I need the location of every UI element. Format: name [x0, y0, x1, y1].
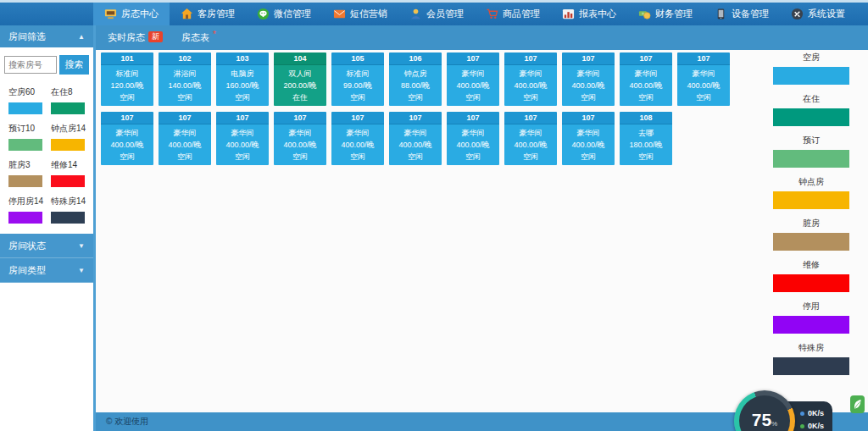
room-card[interactable]: 107豪华间400.00/晚空闲 — [620, 52, 672, 106]
legend-label: 脏房 — [773, 218, 849, 229]
system-monitor-widget[interactable]: 75 % 0K/s0K/s — [734, 390, 832, 431]
cpu-gauge[interactable]: 75 % — [734, 390, 795, 431]
room-price: 400.00/晚 — [504, 140, 557, 151]
nav-item-1[interactable]: 客房管理 — [170, 3, 246, 25]
room-card-body: 双人间200.00/晚在住 — [274, 65, 326, 106]
chevron-up-icon[interactable]: ▲ — [78, 33, 85, 41]
nav-item-7[interactable]: 财务管理 — [627, 3, 704, 25]
nav-item-5[interactable]: 商品管理 — [475, 3, 551, 25]
room-card[interactable]: 107豪华间400.00/晚空闲 — [274, 112, 326, 165]
room-status: 空闲 — [101, 92, 153, 103]
sidebar-section-1[interactable]: 房间类型▼ — [0, 258, 93, 283]
search-input[interactable] — [4, 56, 57, 74]
filter-item[interactable]: 停用房14 — [8, 196, 44, 224]
room-number: 108 — [620, 112, 672, 124]
filter-item[interactable]: 钟点房14 — [51, 123, 86, 151]
room-card-body: 豪华间400.00/晚空闲 — [159, 124, 211, 165]
room-number: 107 — [504, 52, 557, 65]
room-number: 107 — [447, 52, 499, 65]
tab-realtime-room-status[interactable]: 实时房态 新 — [108, 31, 163, 44]
nav-item-0[interactable]: 房态中心 — [93, 3, 170, 25]
filter-item[interactable]: 维修14 — [51, 159, 86, 187]
room-card[interactable]: 107豪华间400.00/晚空闲 — [562, 112, 615, 165]
member-icon — [409, 8, 422, 20]
room-card[interactable]: 107豪华间400.00/晚空闲 — [389, 112, 442, 165]
room-card-body: 豪华间400.00/晚空闲 — [562, 124, 615, 165]
speed-dot-icon — [800, 412, 804, 416]
room-status: 空闲 — [620, 92, 672, 103]
nav-item-2[interactable]: 微信管理 — [246, 3, 322, 25]
room-card[interactable]: 107豪华间400.00/晚空闲 — [159, 112, 211, 165]
sidebar-header-room-filter[interactable]: 房间筛选 ▲ — [0, 25, 93, 47]
filter-item[interactable]: 空房60 — [8, 86, 44, 114]
required-marker: * — [213, 31, 216, 38]
room-card[interactable]: 103电脑房160.00/晚空闲 — [216, 52, 269, 106]
room-card-body: 去哪180.00/晚空闲 — [620, 124, 672, 165]
filter-item[interactable]: 脏房3 — [8, 159, 44, 187]
room-status: 空闲 — [159, 92, 211, 103]
search-button[interactable]: 搜索 — [59, 55, 89, 75]
cart-icon — [486, 8, 498, 20]
nav-item-label: 设备管理 — [732, 8, 769, 20]
nav-item-label: 短信营销 — [350, 8, 387, 20]
legend-label: 钟点房 — [773, 176, 849, 188]
sidebar-title: 房间筛选 — [8, 30, 46, 43]
room-card[interactable]: 107豪华间400.00/晚空闲 — [677, 52, 730, 106]
room-type: 豪华间 — [447, 128, 499, 139]
chevron-down-icon[interactable]: ▼ — [78, 242, 85, 250]
filter-item[interactable]: 在住8 — [51, 86, 86, 114]
room-card[interactable]: 108去哪180.00/晚空闲 — [620, 112, 672, 165]
leaf-app-icon[interactable] — [850, 395, 865, 413]
tab-table-label: 房态表 — [181, 31, 209, 44]
chevron-down-icon[interactable]: ▼ — [78, 267, 85, 274]
filter-item[interactable]: 特殊房14 — [51, 196, 86, 224]
tab-room-status-table[interactable]: 房态表 * — [181, 31, 216, 44]
nav-item-label: 财务管理 — [655, 8, 693, 20]
room-number: 107 — [562, 52, 615, 65]
subtab-bar: 实时房态 新 房态表 * — [96, 25, 868, 50]
nav-item-label: 报表中心 — [579, 8, 616, 20]
room-card[interactable]: 106钟点房88.00/晚空闲 — [389, 52, 442, 106]
room-card[interactable]: 101标准间120.00/晚空闲 — [101, 52, 153, 106]
filter-label: 钟点房14 — [51, 123, 86, 135]
room-card[interactable]: 105标准间99.00/晚空闲 — [331, 52, 384, 106]
legend-label: 特殊房 — [773, 342, 849, 354]
gauge-percent: 75 — [752, 411, 771, 428]
room-card[interactable]: 107豪华间400.00/晚空闲 — [447, 52, 499, 106]
speed-value: 0K/s — [808, 420, 824, 431]
filter-color-swatch — [51, 175, 85, 187]
room-card[interactable]: 107豪华间400.00/晚空闲 — [447, 112, 499, 165]
legend-label: 在住 — [773, 93, 849, 105]
nav-item-8[interactable]: 设备管理 — [704, 3, 780, 25]
room-card-body: 豪华间400.00/晚空闲 — [389, 124, 442, 165]
room-card[interactable]: 107豪华间400.00/晚空闲 — [101, 112, 153, 165]
wechat-icon — [257, 8, 270, 20]
room-price: 400.00/晚 — [159, 140, 211, 151]
legend-item: 空房 — [773, 52, 849, 85]
room-type: 豪华间 — [504, 128, 557, 139]
sidebar-section-0[interactable]: 房间状态▼ — [0, 234, 93, 258]
room-card[interactable]: 102淋浴间140.00/晚空闲 — [159, 52, 211, 106]
filter-label: 空房60 — [8, 86, 44, 98]
room-price: 400.00/晚 — [504, 80, 557, 91]
nav-item-4[interactable]: 会员管理 — [398, 3, 475, 25]
nav-item-6[interactable]: 报表中心 — [551, 3, 627, 25]
nav-item-3[interactable]: 短信营销 — [322, 3, 398, 25]
room-card[interactable]: 107豪华间400.00/晚空闲 — [504, 52, 557, 106]
room-number: 107 — [331, 112, 384, 124]
nav-item-9[interactable]: 系统设置 — [780, 3, 856, 25]
legend-item: 脏房 — [773, 218, 849, 251]
main-nav: 房态中心客房管理微信管理短信营销会员管理商品管理报表中心财务管理设备管理系统设置 — [0, 3, 868, 25]
legend-color-swatch — [773, 316, 849, 334]
room-status: 空闲 — [677, 92, 730, 103]
room-card[interactable]: 107豪华间400.00/晚空闲 — [504, 112, 557, 165]
chart-icon — [562, 8, 575, 20]
filter-item[interactable]: 预订10 — [8, 123, 44, 151]
room-number: 102 — [159, 52, 211, 65]
room-card[interactable]: 107豪华间400.00/晚空闲 — [216, 112, 269, 165]
room-card[interactable]: 107豪华间400.00/晚空闲 — [331, 112, 384, 165]
legend-color-swatch — [773, 357, 849, 375]
sidebar-section-label: 房间类型 — [8, 264, 46, 277]
room-card[interactable]: 104双人间200.00/晚在住 — [274, 52, 326, 106]
room-card[interactable]: 107豪华间400.00/晚空闲 — [562, 52, 615, 106]
